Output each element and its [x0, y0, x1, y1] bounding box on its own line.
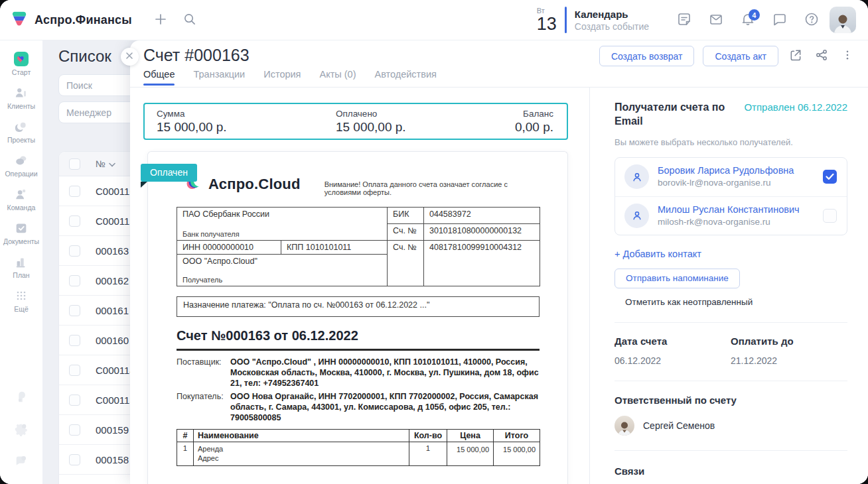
contact-checkbox-unchecked[interactable]	[823, 209, 837, 223]
plan-icon	[14, 255, 29, 269]
row-checkbox[interactable]	[69, 275, 80, 286]
support-chat-icon[interactable]	[14, 454, 29, 468]
mail-icon	[708, 11, 724, 29]
row-checkbox[interactable]	[69, 424, 80, 436]
invoice-number: C000116	[96, 186, 135, 197]
sidebar-item-label: Команда	[7, 204, 36, 212]
row-checkbox[interactable]	[69, 454, 80, 465]
mail-button[interactable]	[705, 9, 727, 31]
sidebar-item-team[interactable]: Команда	[0, 182, 42, 216]
row-checkbox[interactable]	[69, 394, 80, 406]
responsible-person[interactable]: Сергей Семенов	[615, 416, 847, 436]
create-act-button[interactable]: Создать акт	[703, 46, 778, 66]
contact-row[interactable]: Боровик Лариса Рудольфовна borovik-lr@no…	[615, 158, 847, 196]
invoice-items-table: # Наименование Кол-во Цена Итого 1 Аренд…	[177, 429, 540, 466]
supplier-details: ООО "Аспро.Cloud" , ИНН 00000000010, КПП…	[230, 357, 540, 389]
invoice-date-value[interactable]: 06.12.2022	[615, 355, 731, 366]
corr-account-label: Сч. №	[388, 224, 424, 241]
contact-name[interactable]: Милош Руслан Константинович	[658, 204, 800, 216]
contact-row[interactable]: Милош Руслан Константинович milosh-rk@no…	[615, 196, 847, 235]
row-checkbox[interactable]	[69, 335, 80, 346]
sidebar-item-start[interactable]: Старт	[0, 47, 42, 81]
list-title: Список	[58, 47, 111, 66]
balance-label: Баланс	[515, 109, 553, 119]
row-checkbox[interactable]	[69, 365, 80, 376]
recipients-list: Боровик Лариса Рудольфовна borovik-lr@no…	[615, 157, 847, 235]
select-all-checkbox[interactable]	[69, 158, 80, 170]
person-icon	[624, 204, 649, 228]
item-name-line2: Адрес	[198, 454, 405, 463]
sidebar-item-label: Ещё	[14, 305, 28, 313]
global-search-button[interactable]	[179, 9, 201, 31]
share-button[interactable]	[813, 48, 830, 65]
calendar-widget[interactable]: Календарь Создать событие	[575, 8, 649, 32]
sidenav: Старт Клиенты Проекты Операции Команда	[0, 40, 42, 484]
app-window: Аспро.Финансы Вт 13 Календарь Создать со…	[0, 0, 868, 484]
create-refund-button[interactable]: Создать возврат	[599, 46, 695, 66]
tab-acts[interactable]: Акты (0)	[319, 69, 356, 86]
workspace: Список №	[42, 40, 868, 484]
user-avatar[interactable]	[830, 7, 856, 33]
partner-logo-icon[interactable]	[14, 390, 29, 404]
notifications-button[interactable]: 4	[737, 9, 759, 31]
sidebar-item-label: Операции	[5, 170, 37, 178]
recipient-company: ООО "Аспро.Cloud"	[182, 257, 382, 266]
invoice-date-label: Дата счета	[615, 335, 731, 347]
buyer-label: Покупатель:	[177, 391, 230, 423]
invoice-brand: Аспро.Cloud	[185, 174, 301, 194]
sent-status: Отправлен 06.12.2022	[744, 101, 847, 113]
invoice-number: C000115	[96, 215, 135, 227]
help-icon	[804, 11, 820, 29]
relations-label: Связи	[615, 465, 847, 477]
tab-history[interactable]: История	[263, 69, 301, 86]
send-reminder-button[interactable]: Отправить напоминание	[615, 269, 740, 288]
bank-label: Банк получателя	[182, 230, 240, 238]
row-checkbox[interactable]	[69, 186, 80, 197]
invoice-summary-box: Сумма 15 000,00 р. Оплачено 15 000,00 р.…	[143, 103, 568, 140]
pay-until-value[interactable]: 21.12.2022	[731, 355, 847, 366]
tab-transactions[interactable]: Транзакции	[193, 69, 245, 86]
close-list-button[interactable]	[121, 48, 139, 66]
mark-unsent-link[interactable]: Отметить как неотправленный	[625, 297, 753, 307]
gear-icon[interactable]	[14, 422, 29, 436]
calendar-date[interactable]: Вт 13	[537, 7, 557, 33]
notes-button[interactable]	[673, 9, 695, 31]
app-logo-icon	[11, 10, 28, 30]
invoice-brand-name: Аспро.Cloud	[208, 176, 301, 193]
sidebar-item-projects[interactable]: Проекты	[0, 115, 42, 149]
chat-button[interactable]	[768, 9, 791, 31]
item-name: Аренда	[198, 444, 405, 454]
sidebar-item-operations[interactable]: Операции	[0, 149, 42, 182]
help-button[interactable]	[800, 9, 823, 31]
item-total: 15 000,00	[494, 442, 540, 466]
row-checkbox[interactable]	[69, 245, 80, 257]
sidebar-item-documents[interactable]: Документы	[0, 216, 42, 250]
column-number-label: №	[96, 158, 106, 169]
invoice-detail-card: Счет #000163 Создать возврат Создать акт	[130, 40, 868, 484]
open-external-button[interactable]	[787, 48, 804, 65]
notes-icon	[676, 11, 692, 29]
app-brand[interactable]: Аспро.Финансы	[0, 10, 132, 30]
create-button[interactable]	[149, 9, 172, 31]
row-checkbox[interactable]	[69, 305, 80, 316]
weekday-label: Вт	[537, 7, 557, 15]
tab-autoactions[interactable]: Автодействия	[374, 69, 436, 86]
item-num: 1	[177, 442, 194, 466]
sidebar-item-clients[interactable]: Клиенты	[0, 81, 42, 115]
more-actions-button[interactable]	[839, 48, 856, 65]
contact-name[interactable]: Боровик Лариса Рудольфовна	[658, 164, 794, 177]
clients-icon	[14, 86, 29, 100]
sidebar-item-plan[interactable]: План	[0, 250, 42, 284]
contact-checkbox-checked[interactable]	[823, 170, 837, 184]
create-event-link[interactable]: Создать событие	[575, 21, 649, 32]
invoice-number: 000159	[96, 424, 129, 436]
row-checkbox[interactable]	[69, 215, 80, 227]
column-number-header[interactable]: №	[96, 158, 115, 169]
invoice-number: 000160	[96, 335, 129, 346]
add-contact-link[interactable]: + Добавить контакт	[615, 249, 701, 259]
sidebar-item-more[interactable]: Ещё	[0, 284, 42, 318]
tab-general[interactable]: Общее	[143, 69, 175, 86]
corr-account-value: 30101810800000000132	[424, 224, 540, 241]
invoice-document: Аспро.Cloud Внимание! Оплата данного сче…	[147, 151, 568, 484]
sidebar-item-label: Документы	[3, 237, 39, 245]
